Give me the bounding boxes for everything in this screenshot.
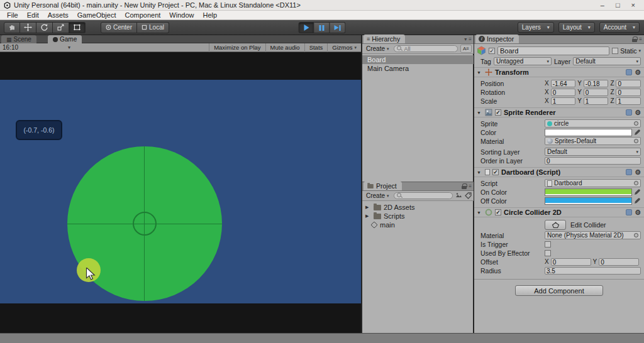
tab-hierarchy[interactable]: ≡ Hierarchy: [364, 35, 405, 43]
menu-help[interactable]: Help: [198, 11, 221, 19]
hierarchy-search-input[interactable]: All: [394, 45, 458, 52]
eyedropper-icon[interactable]: [634, 188, 641, 195]
radius-field[interactable]: 3.5: [545, 267, 641, 275]
layers-dropdown[interactable]: Layers▾: [518, 22, 554, 33]
add-component-button[interactable]: Add Component: [515, 285, 603, 296]
hierarchy-item-board[interactable]: Board: [362, 55, 474, 64]
eyedropper-icon[interactable]: [634, 197, 641, 204]
gizmos-dropdown[interactable]: Gizmos▾: [327, 43, 361, 52]
rotate-tool-button[interactable]: [36, 22, 53, 33]
component-enabled-checkbox[interactable]: ✓: [495, 209, 501, 215]
maximize-button[interactable]: □: [616, 1, 620, 10]
project-search-input[interactable]: [394, 192, 453, 199]
panel-menu-icon[interactable]: ▾≡: [464, 35, 472, 43]
position-y-field[interactable]: -0.18: [584, 80, 609, 87]
tag-dropdown[interactable]: Untagged ▾: [494, 57, 552, 65]
project-panel-menu[interactable]: ≡: [462, 182, 472, 190]
move-tool-button[interactable]: [20, 22, 36, 33]
menu-window[interactable]: Window: [165, 11, 198, 19]
offset-y-field[interactable]: 0: [599, 258, 639, 266]
gear-icon[interactable]: ⚙: [635, 109, 641, 116]
position-x-field[interactable]: -1.64: [551, 80, 576, 87]
used-by-effector-checkbox[interactable]: [545, 250, 551, 256]
project-item-2d-assets[interactable]: ▶ 2D Assets: [362, 203, 474, 212]
position-z-field[interactable]: 0: [616, 80, 641, 87]
chevron-down-icon[interactable]: ▾: [638, 48, 641, 53]
inspector-panel-menu[interactable]: ≡: [632, 35, 642, 43]
close-button[interactable]: ×: [631, 1, 635, 10]
menu-component[interactable]: Component: [120, 11, 165, 19]
pivot-center-button[interactable]: Center: [101, 22, 137, 33]
step-button[interactable]: [330, 22, 346, 33]
sorting-layer-dropdown[interactable]: Default ▾: [545, 148, 641, 156]
rotation-z-field[interactable]: 0: [616, 89, 641, 96]
hand-tool-button[interactable]: [4, 22, 20, 33]
hierarchy-sort-button[interactable]: A≡: [460, 45, 472, 53]
asset-store-icon[interactable]: [455, 192, 462, 199]
sprite-renderer-header[interactable]: ▼ ✓ Sprite Renderer ⚙: [474, 107, 644, 117]
label-icon[interactable]: [465, 192, 472, 199]
gear-icon[interactable]: ⚙: [635, 169, 641, 175]
menu-edit[interactable]: Edit: [23, 11, 43, 19]
reference-book-icon[interactable]: [626, 109, 632, 116]
order-in-layer-field[interactable]: 0: [545, 157, 641, 165]
project-item-main-scene[interactable]: main: [362, 220, 474, 229]
object-name-field[interactable]: Board: [497, 46, 609, 55]
dartboard-script-header[interactable]: ▼ ✓ Dartboard (Script) ⚙: [474, 167, 644, 177]
rect-tool-button[interactable]: [69, 22, 86, 33]
hierarchy-item-main-camera[interactable]: Main Camera: [362, 64, 474, 73]
edit-collider-button[interactable]: [545, 220, 566, 230]
gear-icon[interactable]: ⚙: [635, 209, 641, 215]
scale-y-field[interactable]: 1: [584, 97, 609, 105]
off-color-swatch[interactable]: [545, 197, 632, 205]
account-dropdown[interactable]: Account▾: [599, 22, 640, 33]
sprite-object-field[interactable]: circle: [545, 119, 641, 128]
object-picker-icon[interactable]: [634, 233, 638, 237]
is-trigger-checkbox[interactable]: [545, 241, 551, 248]
layer-dropdown[interactable]: Default ▾: [573, 57, 641, 65]
tab-project[interactable]: Project: [364, 182, 402, 190]
active-checkbox[interactable]: ✓: [489, 48, 495, 54]
physics-material-field[interactable]: None (Physics Material 2D): [545, 231, 641, 239]
offset-x-field[interactable]: 0: [551, 258, 591, 266]
menu-assets[interactable]: Assets: [43, 11, 73, 19]
rotation-y-field[interactable]: 0: [584, 89, 609, 96]
object-picker-icon[interactable]: [634, 181, 638, 185]
static-checkbox[interactable]: [612, 48, 618, 54]
eyedropper-icon[interactable]: [634, 129, 641, 136]
pause-button[interactable]: [314, 22, 330, 33]
disclosure-icon[interactable]: ▶: [365, 214, 371, 219]
foldout-icon[interactable]: ▼: [477, 170, 482, 175]
project-item-scripts[interactable]: ▶ Scripts: [362, 212, 474, 220]
stats-toggle[interactable]: Stats: [304, 43, 328, 52]
scale-x-field[interactable]: 1: [551, 97, 576, 105]
foldout-icon[interactable]: ▼: [477, 111, 482, 115]
gear-icon[interactable]: ⚙: [635, 69, 641, 75]
reference-book-icon[interactable]: [626, 209, 632, 215]
mute-audio-toggle[interactable]: Mute audio: [265, 43, 304, 52]
play-button[interactable]: [299, 22, 314, 33]
rotation-x-field[interactable]: 0: [551, 89, 576, 96]
object-picker-icon[interactable]: [634, 139, 638, 143]
reference-book-icon[interactable]: [626, 69, 632, 75]
tab-scene[interactable]: ▦ Scene: [1, 35, 36, 43]
color-swatch[interactable]: [545, 129, 632, 136]
scale-z-field[interactable]: 1: [616, 97, 641, 105]
hierarchy-create-button[interactable]: Create ▾: [364, 45, 391, 52]
minimize-button[interactable]: –: [601, 1, 604, 10]
foldout-icon[interactable]: ▼: [477, 210, 482, 215]
reference-book-icon[interactable]: [626, 169, 632, 175]
rotation-local-button[interactable]: Local: [137, 22, 169, 33]
on-color-swatch[interactable]: [545, 188, 632, 196]
project-create-button[interactable]: Create ▾: [364, 192, 391, 199]
layout-dropdown[interactable]: Layout▾: [558, 22, 595, 33]
aspect-ratio-dropdown[interactable]: 16:10 ▾: [0, 44, 73, 51]
transform-header[interactable]: ▼ Transform ⚙: [474, 67, 644, 77]
component-enabled-checkbox[interactable]: ✓: [492, 169, 499, 175]
component-enabled-checkbox[interactable]: ✓: [495, 109, 501, 116]
object-picker-icon[interactable]: [634, 121, 638, 126]
tab-inspector[interactable]: i Inspector: [475, 35, 519, 43]
maximize-on-play-toggle[interactable]: Maximize on Play: [209, 43, 265, 52]
game-render-area[interactable]: (-0.7, -0.6): [0, 52, 361, 333]
material-object-field[interactable]: Sprites-Default: [545, 137, 641, 145]
